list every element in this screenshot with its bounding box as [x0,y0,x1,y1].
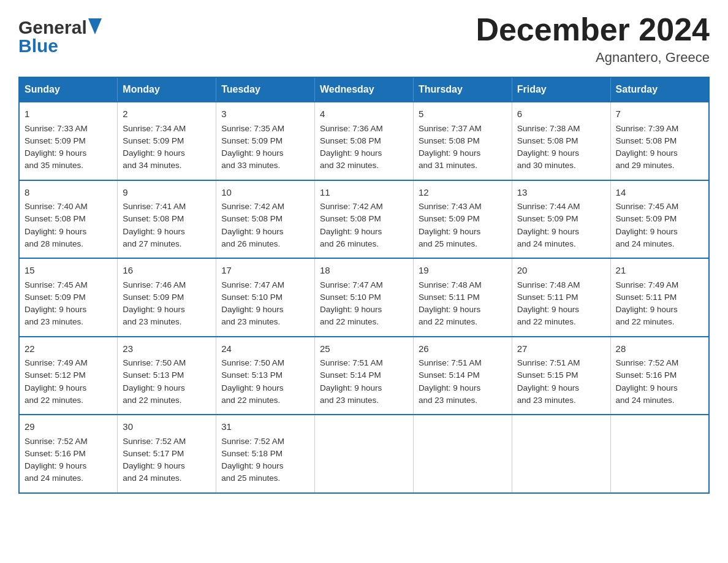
day-number: 1 [25,107,112,121]
day-number: 30 [123,420,211,434]
col-thursday: Thursday [413,77,512,102]
sunrise-label: Sunrise: 7:45 AM [25,280,88,289]
daylight-minutes: and 29 minutes. [616,161,675,170]
day-number: 4 [320,107,408,121]
day-number: 19 [419,264,507,278]
daylight-minutes: and 22 minutes. [123,396,181,405]
sunset-label: Sunset: 5:11 PM [616,293,677,302]
sunset-label: Sunset: 5:08 PM [221,214,282,223]
day-number: 21 [616,264,703,278]
sunrise-label: Sunrise: 7:51 AM [419,358,482,367]
sunset-label: Sunset: 5:09 PM [517,214,578,223]
sunset-label: Sunset: 5:10 PM [320,293,381,302]
daylight-label: Daylight: 9 hours [25,227,86,236]
day-number: 13 [517,186,605,200]
table-row [413,415,512,493]
table-row: 27 Sunrise: 7:51 AM Sunset: 5:15 PM Dayl… [512,337,610,415]
daylight-minutes: and 22 minutes. [419,317,477,326]
table-row: 17 Sunrise: 7:47 AM Sunset: 5:10 PM Dayl… [216,258,315,337]
sunrise-label: Sunrise: 7:39 AM [616,124,679,133]
sunrise-label: Sunrise: 7:50 AM [123,358,186,367]
sunrise-label: Sunrise: 7:42 AM [221,202,284,211]
month-title: December 2024 [476,12,710,47]
day-number: 15 [25,264,112,278]
daylight-label: Daylight: 9 hours [320,148,382,158]
daylight-label: Daylight: 9 hours [320,383,382,393]
day-number: 20 [517,264,605,278]
table-row: 1 Sunrise: 7:33 AM Sunset: 5:09 PM Dayli… [19,102,118,180]
svg-marker-0 [88,18,102,34]
sunset-label: Sunset: 5:09 PM [221,136,282,145]
table-row: 20 Sunrise: 7:48 AM Sunset: 5:11 PM Dayl… [512,258,610,337]
sunset-label: Sunset: 5:11 PM [419,293,480,302]
day-number: 9 [123,186,211,200]
day-number: 23 [123,342,211,356]
logo-general: General [18,17,87,38]
calendar-week-row: 1 Sunrise: 7:33 AM Sunset: 5:09 PM Dayli… [19,102,709,180]
sunset-label: Sunset: 5:11 PM [517,293,578,302]
day-number: 17 [221,264,309,278]
daylight-minutes: and 22 minutes. [221,396,280,405]
daylight-label: Daylight: 9 hours [517,305,579,314]
table-row [610,415,709,493]
sunrise-label: Sunrise: 7:49 AM [616,280,679,289]
sunrise-label: Sunrise: 7:40 AM [25,202,88,211]
table-row: 26 Sunrise: 7:51 AM Sunset: 5:14 PM Dayl… [413,337,512,415]
daylight-label: Daylight: 9 hours [123,148,184,158]
col-wednesday: Wednesday [315,77,414,102]
day-number: 16 [123,264,211,278]
daylight-minutes: and 24 minutes. [517,239,576,248]
daylight-label: Daylight: 9 hours [123,461,184,470]
table-row: 18 Sunrise: 7:47 AM Sunset: 5:10 PM Dayl… [315,258,414,337]
sunset-label: Sunset: 5:09 PM [419,214,480,223]
sunset-label: Sunset: 5:09 PM [123,293,184,302]
daylight-label: Daylight: 9 hours [221,148,283,158]
sunrise-label: Sunrise: 7:45 AM [616,202,679,211]
sunset-label: Sunset: 5:13 PM [221,370,282,380]
table-row: 3 Sunrise: 7:35 AM Sunset: 5:09 PM Dayli… [216,102,315,180]
day-number: 8 [25,186,112,200]
sunrise-label: Sunrise: 7:48 AM [517,280,580,289]
col-tuesday: Tuesday [216,77,315,102]
sunrise-label: Sunrise: 7:51 AM [320,358,383,367]
daylight-label: Daylight: 9 hours [221,461,283,470]
day-number: 2 [123,107,211,121]
calendar-header-row: Sunday Monday Tuesday Wednesday Thursday… [19,77,709,102]
sunset-label: Sunset: 5:17 PM [123,449,184,458]
sunrise-label: Sunrise: 7:41 AM [123,202,186,211]
day-number: 31 [221,420,309,434]
col-saturday: Saturday [610,77,709,102]
daylight-minutes: and 32 minutes. [320,161,379,170]
sunrise-label: Sunrise: 7:43 AM [419,202,482,211]
calendar-table: Sunday Monday Tuesday Wednesday Thursday… [18,77,710,494]
table-row: 15 Sunrise: 7:45 AM Sunset: 5:09 PM Dayl… [19,258,118,337]
day-number: 3 [221,107,309,121]
table-row [315,415,414,493]
daylight-label: Daylight: 9 hours [221,383,283,393]
table-row: 5 Sunrise: 7:37 AM Sunset: 5:08 PM Dayli… [413,102,512,180]
sunset-label: Sunset: 5:13 PM [123,370,184,380]
daylight-minutes: and 25 minutes. [221,473,280,483]
daylight-label: Daylight: 9 hours [123,227,184,236]
sunrise-label: Sunrise: 7:52 AM [221,437,284,446]
daylight-label: Daylight: 9 hours [419,383,480,393]
day-number: 11 [320,186,408,200]
daylight-label: Daylight: 9 hours [25,461,86,470]
daylight-label: Daylight: 9 hours [221,305,283,314]
table-row: 8 Sunrise: 7:40 AM Sunset: 5:08 PM Dayli… [19,180,118,259]
sunrise-label: Sunrise: 7:52 AM [123,437,186,446]
daylight-minutes: and 23 minutes. [25,317,83,326]
sunrise-label: Sunrise: 7:35 AM [221,124,284,133]
sunrise-label: Sunrise: 7:52 AM [616,358,679,367]
table-row: 25 Sunrise: 7:51 AM Sunset: 5:14 PM Dayl… [315,337,414,415]
daylight-label: Daylight: 9 hours [25,383,86,393]
sunrise-label: Sunrise: 7:47 AM [320,280,383,289]
title-section: December 2024 Agnantero, Greece [476,12,710,66]
calendar-week-row: 8 Sunrise: 7:40 AM Sunset: 5:08 PM Dayli… [19,180,709,259]
daylight-minutes: and 24 minutes. [123,473,181,483]
sunset-label: Sunset: 5:08 PM [25,214,86,223]
daylight-label: Daylight: 9 hours [517,148,579,158]
location: Agnantero, Greece [476,50,710,66]
sunrise-label: Sunrise: 7:37 AM [419,124,482,133]
daylight-minutes: and 30 minutes. [517,161,576,170]
